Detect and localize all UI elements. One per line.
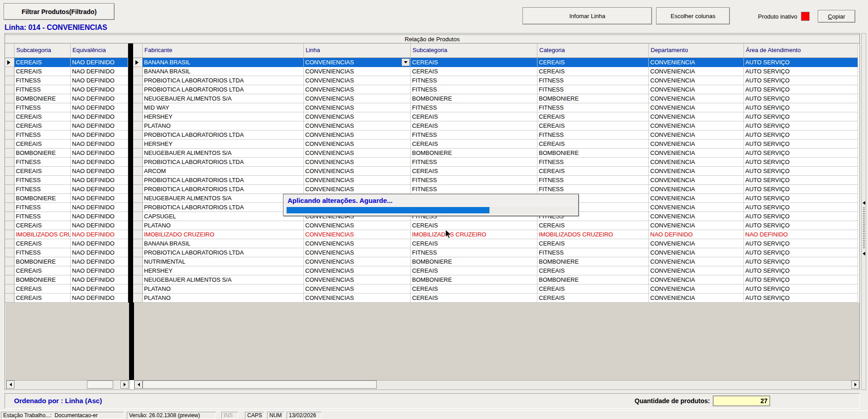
- grid-splitter[interactable]: [128, 85, 133, 94]
- row-indicator-left[interactable]: [5, 149, 14, 158]
- grid-splitter[interactable]: [128, 230, 133, 239]
- grid-splitter[interactable]: [128, 149, 133, 158]
- grid-splitter[interactable]: [128, 158, 133, 167]
- row-indicator-right[interactable]: [133, 185, 143, 194]
- grid-splitter[interactable]: [128, 239, 133, 248]
- table-row[interactable]: CEREAISNAO DEFINIDOBANANA BRASILCONVENIE…: [5, 239, 859, 248]
- row-indicator-right[interactable]: [133, 203, 143, 212]
- row-indicator-right[interactable]: [133, 257, 143, 266]
- table-row[interactable]: IMOBILIZADOS CRUZEIRONAO DEFINIDOIMOBILI…: [5, 230, 859, 239]
- grid-splitter[interactable]: [128, 275, 133, 284]
- choose-columns-button[interactable]: Escolher colunas: [656, 7, 730, 24]
- row-indicator-left[interactable]: [5, 140, 14, 149]
- column-header-subcategoria-left[interactable]: Subcategoria: [14, 43, 71, 58]
- row-indicator-right[interactable]: [133, 275, 143, 284]
- grid-splitter[interactable]: [128, 58, 133, 67]
- grid-splitter[interactable]: [128, 103, 133, 112]
- row-indicator-right[interactable]: [133, 194, 143, 203]
- row-indicator-left[interactable]: [5, 103, 14, 112]
- table-row[interactable]: BOMBONIERENAO DEFINIDONEUGEBAUER ALIMENT…: [5, 149, 859, 158]
- row-indicator-right[interactable]: [133, 284, 143, 294]
- grid-splitter-lower[interactable]: [129, 303, 134, 380]
- filter-products-button[interactable]: Filtrar Produtos(Filtrado): [4, 3, 115, 20]
- row-indicator-right[interactable]: [133, 149, 143, 158]
- row-indicator-right[interactable]: [133, 239, 143, 248]
- row-indicator-right[interactable]: [133, 230, 143, 239]
- row-indicator-left[interactable]: [5, 176, 14, 185]
- grid-splitter[interactable]: [128, 266, 133, 275]
- table-row[interactable]: FITNESSNAO DEFINIDOPROBIOTICA LABORATORI…: [5, 185, 859, 194]
- splitter-arrow-icon[interactable]: [863, 252, 865, 255]
- row-indicator-right[interactable]: [133, 103, 143, 112]
- row-indicator-left[interactable]: [5, 67, 14, 76]
- right-hscroll-thumb[interactable]: [143, 380, 377, 389]
- row-indicator-left[interactable]: [5, 266, 14, 275]
- splitter-grip[interactable]: [863, 207, 865, 248]
- grid-splitter[interactable]: [128, 140, 133, 149]
- grid-splitter[interactable]: [128, 185, 133, 194]
- row-indicator-right[interactable]: [133, 266, 143, 275]
- table-row[interactable]: BOMBONIERENAO DEFINIDONUTRIMENTALCONVENI…: [5, 257, 859, 266]
- column-header-equivalencia[interactable]: Equivalência: [71, 43, 128, 58]
- grid-splitter[interactable]: [128, 248, 133, 257]
- right-grid-hscrollbar[interactable]: [134, 380, 860, 390]
- row-indicator-left[interactable]: [5, 85, 14, 94]
- left-hscroll-right-button[interactable]: [120, 380, 129, 389]
- row-indicator-left[interactable]: [5, 203, 14, 212]
- column-header-area-atendimento[interactable]: Área de Atendimento: [744, 43, 858, 58]
- inform-line-button[interactable]: Infomar Linha: [523, 7, 652, 24]
- column-header-fabricante[interactable]: Fabricante: [143, 43, 304, 58]
- row-indicator-left[interactable]: [5, 212, 14, 221]
- table-row[interactable]: CEREAISNAO DEFINIDOPLATANOCONVENIENCIASC…: [5, 121, 859, 130]
- right-hscroll-left-button[interactable]: [134, 380, 143, 389]
- left-hscroll-left-button[interactable]: [6, 380, 14, 389]
- left-grid-hscrollbar[interactable]: [6, 380, 130, 390]
- row-indicator-left[interactable]: [5, 167, 14, 176]
- grid-splitter[interactable]: [128, 203, 133, 212]
- grid-splitter[interactable]: [128, 130, 133, 140]
- row-indicator-right[interactable]: [133, 221, 143, 230]
- table-row[interactable]: FITNESSNAO DEFINIDOPROBIOTICA LABORATORI…: [5, 130, 859, 140]
- column-header-departamento[interactable]: Departamento: [649, 43, 744, 58]
- row-indicator-right[interactable]: [133, 167, 143, 176]
- row-indicator-left[interactable]: [5, 230, 14, 239]
- grid-splitter[interactable]: [128, 212, 133, 221]
- row-indicator-right[interactable]: [133, 140, 143, 149]
- row-indicator-left[interactable]: [5, 185, 14, 194]
- table-row[interactable]: FITNESSNAO DEFINIDOMID WAYCONVENIENCIASF…: [5, 103, 859, 112]
- grid-splitter[interactable]: [128, 167, 133, 176]
- row-indicator-left[interactable]: [5, 257, 14, 266]
- table-row[interactable]: CEREAISNAO DEFINIDOHERSHEYCONVENIENCIASC…: [5, 140, 859, 149]
- grid-splitter[interactable]: [128, 112, 133, 121]
- right-hscroll-right-button[interactable]: [851, 380, 859, 389]
- row-indicator-right[interactable]: [133, 294, 143, 303]
- row-indicator-right[interactable]: [133, 85, 143, 94]
- table-row[interactable]: CEREAISNAO DEFINIDOPLATANOCONVENIENCIASC…: [5, 221, 859, 230]
- grid-splitter[interactable]: [128, 121, 133, 130]
- row-indicator-left[interactable]: [5, 221, 14, 230]
- row-indicator-right[interactable]: [133, 248, 143, 257]
- row-indicator-left[interactable]: [5, 248, 14, 257]
- grid-splitter[interactable]: [128, 257, 133, 266]
- grid-splitter[interactable]: [128, 194, 133, 203]
- table-row[interactable]: CEREAISNAO DEFINIDOBANANA BRASILCONVENIE…: [5, 58, 859, 67]
- table-row[interactable]: FITNESSNAO DEFINIDOPROBIOTICA LABORATORI…: [5, 85, 859, 94]
- row-indicator-left[interactable]: [5, 76, 14, 85]
- cell-linha[interactable]: CONVENIENCIAS: [304, 58, 411, 67]
- row-indicator-left[interactable]: [5, 194, 14, 203]
- grid-splitter[interactable]: [128, 284, 133, 294]
- grid-splitter[interactable]: [128, 67, 133, 76]
- row-indicator-right[interactable]: [133, 158, 143, 167]
- row-indicator-right[interactable]: [133, 76, 143, 85]
- grid-splitter[interactable]: [128, 76, 133, 85]
- grid-splitter[interactable]: [128, 176, 133, 185]
- row-indicator-right[interactable]: [133, 212, 143, 221]
- table-row[interactable]: CEREAISNAO DEFINIDOARCOMCONVENIENCIASCER…: [5, 167, 859, 176]
- row-indicator-right[interactable]: [133, 67, 143, 76]
- copy-button[interactable]: Copiar: [818, 10, 855, 23]
- row-indicator-right[interactable]: [133, 112, 143, 121]
- grid-splitter[interactable]: [128, 43, 133, 58]
- row-indicator-right[interactable]: [133, 130, 143, 140]
- row-indicator-right[interactable]: [133, 58, 143, 67]
- table-row[interactable]: FITNESSNAO DEFINIDOPROBIOTICA LABORATORI…: [5, 248, 859, 257]
